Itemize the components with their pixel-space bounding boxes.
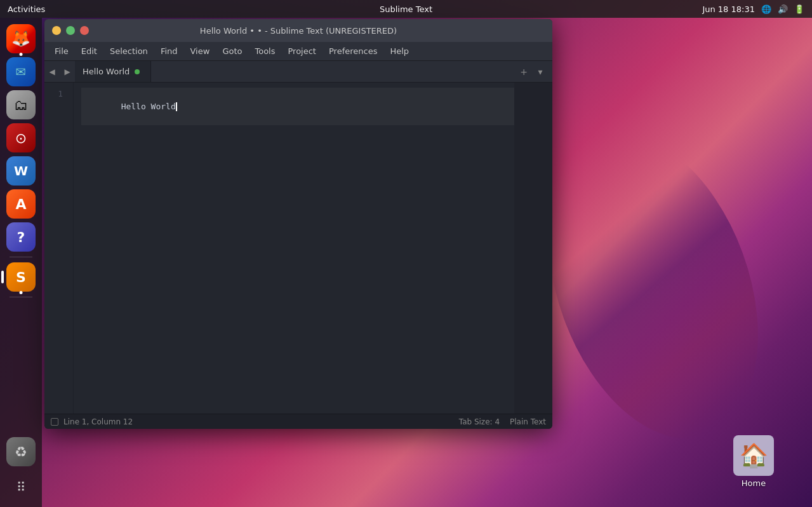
appcenter-icon: A <box>15 196 26 212</box>
dock-icon-sublime[interactable]: S <box>6 262 36 292</box>
topbar-app-name: Sublime Text <box>380 4 432 14</box>
text-cursor <box>176 102 177 111</box>
dock-icon-files[interactable]: 🗂 <box>6 90 36 119</box>
statusbar-left: Line 1, Column 12 <box>51 417 133 426</box>
code-content[interactable]: Hello World <box>74 83 514 414</box>
editor-tab[interactable]: Hello World <box>75 61 151 82</box>
minimize-button[interactable]: – <box>52 26 61 35</box>
files-icon: 🗂 <box>14 97 28 113</box>
dock-icon-firefox[interactable]: 🦊 <box>6 24 36 53</box>
code-text-1: Hello World <box>121 102 176 111</box>
tab-name: Hello World <box>83 67 130 76</box>
grid-icon: ⠿ <box>17 480 26 495</box>
thunderbird-icon: ✉ <box>16 64 27 79</box>
menu-project[interactable]: Project <box>283 44 321 58</box>
topbar-right: Jun 18 18:31 🌐 🔊 🔋 <box>702 4 804 14</box>
editor-area[interactable]: 1 Hello World <box>44 83 552 414</box>
tab-nav-prev[interactable]: ◀ <box>44 61 60 82</box>
dock-separator-2 <box>10 297 32 297</box>
statusbar-right: Tab Size: 4 Plain Text <box>459 417 546 426</box>
dock-icon-grid[interactable]: ⠿ <box>6 473 36 502</box>
home-icon: 🏠 <box>740 442 768 469</box>
dock-icon-appcenter[interactable]: A <box>6 189 36 219</box>
menubar: File Edit Selection Find View Goto Tools… <box>44 42 552 61</box>
new-tab-button[interactable]: + <box>517 65 531 79</box>
menu-tools[interactable]: Tools <box>250 44 280 58</box>
close-button[interactable]: ✕ <box>80 26 89 35</box>
dock-icon-rhythmbox[interactable]: ⊙ <box>6 123 36 152</box>
line-numbers: 1 <box>44 83 74 414</box>
window-titlebar: – □ ✕ Hello World • • - Sublime Text (UN… <box>44 19 552 42</box>
topbar-app-label: Sublime Text <box>380 4 432 14</box>
tab-dropdown-button[interactable]: ▾ <box>533 65 547 79</box>
menu-goto[interactable]: Goto <box>217 44 247 58</box>
firefox-icon: 🦊 <box>11 30 30 48</box>
status-tab-size[interactable]: Tab Size: 4 <box>459 417 500 426</box>
dock: 🦊 ✉ 🗂 ⊙ W A ? S ♻ ⠿ <box>0 18 42 507</box>
maximize-button[interactable]: □ <box>66 26 75 35</box>
menu-find[interactable]: Find <box>156 44 183 58</box>
dock-icon-thunderbird[interactable]: ✉ <box>6 57 36 86</box>
sublime-icon: S <box>16 269 26 285</box>
menu-edit[interactable]: Edit <box>76 44 102 58</box>
status-syntax[interactable]: Plain Text <box>510 417 546 426</box>
dock-icon-recycle[interactable]: ♻ <box>6 437 36 466</box>
dock-icon-writer[interactable]: W <box>6 156 36 186</box>
recycle-icon: ♻ <box>15 444 27 460</box>
writer-icon: W <box>14 163 28 179</box>
menu-view[interactable]: View <box>185 44 215 58</box>
desktop-home[interactable]: 🏠 Home <box>733 435 774 488</box>
menu-help[interactable]: Help <box>385 44 414 58</box>
topbar-left: Activities <box>8 4 45 14</box>
sublime-window: – □ ✕ Hello World • • - Sublime Text (UN… <box>44 19 552 429</box>
network-icon: 🌐 <box>761 4 771 14</box>
menu-file[interactable]: File <box>50 44 74 58</box>
dock-separator <box>10 257 32 257</box>
volume-icon: 🔊 <box>778 4 788 14</box>
status-position[interactable]: Line 1, Column 12 <box>63 417 133 426</box>
home-folder-icon: 🏠 <box>733 435 774 476</box>
tab-actions: + ▾ <box>517 65 552 79</box>
tab-nav-next[interactable]: ▶ <box>60 61 75 82</box>
tabbar: ◀ ▶ Hello World + ▾ <box>44 61 552 83</box>
help-icon: ? <box>17 229 25 245</box>
line-number-1: 1 <box>44 88 68 100</box>
menu-preferences[interactable]: Preferences <box>324 44 382 58</box>
tab-modified-dot <box>135 69 140 74</box>
statusbar: Line 1, Column 12 Tab Size: 4 Plain Text <box>44 414 552 429</box>
dock-icon-help[interactable]: ? <box>6 222 36 252</box>
minimap <box>514 83 552 414</box>
home-label: Home <box>742 478 766 488</box>
code-line-1: Hello World <box>81 88 514 125</box>
menu-selection[interactable]: Selection <box>105 44 153 58</box>
window-title: Hello World • • - Sublime Text (UNREGIST… <box>200 26 397 36</box>
window-controls: – □ ✕ <box>52 26 89 35</box>
topbar: Activities Sublime Text Jun 18 18:31 🌐 🔊… <box>0 0 812 18</box>
status-checkbox <box>51 418 58 426</box>
topbar-datetime: Jun 18 18:31 <box>702 4 755 14</box>
battery-icon: 🔋 <box>794 4 804 14</box>
rhythmbox-icon: ⊙ <box>15 130 27 146</box>
activities-button[interactable]: Activities <box>8 4 45 14</box>
